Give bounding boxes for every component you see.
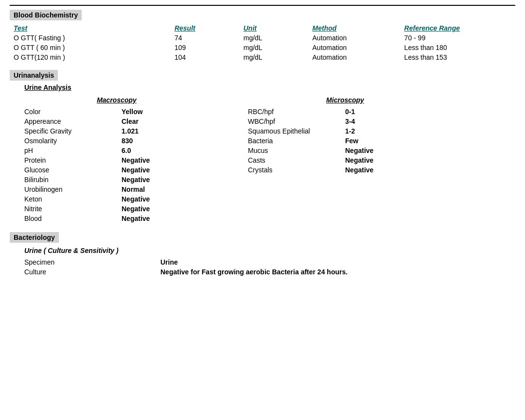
ua-value: Negative — [122, 195, 150, 203]
macroscopy-section: Macroscopy Color Yellow Appereance Clear… — [24, 96, 209, 224]
ua-value: Yellow — [122, 108, 143, 116]
ua-label: Urobilinogen — [24, 185, 122, 193]
list-item: Casts Negative — [248, 156, 442, 164]
table-row: O GTT ( 60 min ) 109 mg/dL Automation Le… — [10, 43, 515, 52]
ua-value: 1.021 — [122, 127, 139, 135]
bact-value: Urine — [160, 258, 178, 266]
list-item: Urobilinogen Normal — [24, 185, 209, 193]
ua-value: Negative — [345, 147, 373, 154]
ua-value: Negative — [122, 205, 150, 213]
ua-label: Bacteria — [248, 137, 345, 145]
ua-label: Keton — [24, 195, 122, 203]
bacteriology-section: Bacteriology Urine ( Culture & Sensitivi… — [10, 232, 515, 276]
ua-label: Protein — [24, 156, 122, 164]
list-item: Appereance Clear — [24, 118, 209, 125]
list-item: Crystals Negative — [248, 166, 442, 174]
ua-label: Squamous Epithelial — [248, 127, 345, 135]
cell-refrange: Less than 180 — [401, 43, 515, 52]
col-header-refrange: Reference Range — [401, 23, 515, 33]
cell-result: 109 — [171, 43, 240, 52]
ua-value: 3-4 — [345, 118, 355, 125]
list-item: Bacteria Few — [248, 137, 442, 145]
table-row: O GTT(120 min ) 104 mg/dL Automation Les… — [10, 52, 515, 62]
ua-value: 1-2 — [345, 127, 355, 135]
blood-biochemistry-table: Test Result Unit Method Reference Range … — [10, 23, 515, 62]
macroscopy-rows: Color Yellow Appereance Clear Specific G… — [24, 108, 209, 222]
cell-result: 104 — [171, 52, 240, 62]
top-border — [10, 5, 515, 6]
ua-value: Negative — [345, 156, 373, 164]
ua-label: Crystals — [248, 166, 345, 174]
macroscopy-title: Macroscopy — [24, 96, 209, 104]
list-item: Color Yellow — [24, 108, 209, 116]
bacteriology-header: Bacteriology — [10, 232, 59, 243]
bacteriology-subsection: Urine ( Culture & Sensitivity ) — [24, 247, 515, 254]
urine-analysis-title: Urine Analysis — [24, 84, 515, 91]
cell-method: Automation — [309, 43, 401, 52]
list-item: RBC/hpf 0-1 — [248, 108, 442, 116]
cell-method: Automation — [309, 52, 401, 62]
ua-value: Negative — [122, 215, 150, 222]
list-item: Bilirubin Negative — [24, 176, 209, 184]
list-item: Specific Gravity 1.021 — [24, 127, 209, 135]
bact-value: Negative for Fast growing aerobic Bacter… — [160, 268, 348, 276]
cell-refrange: 70 - 99 — [401, 33, 515, 43]
list-item: Protein Negative — [24, 156, 209, 164]
list-item: Culture Negative for Fast growing aerobi… — [24, 268, 515, 276]
ua-label: Bilirubin — [24, 176, 122, 184]
ua-value: 830 — [122, 137, 133, 145]
cell-refrange: Less than 153 — [401, 52, 515, 62]
col-header-result: Result — [171, 23, 240, 33]
bacteriology-rows: Specimen Urine Culture Negative for Fast… — [10, 258, 515, 276]
ua-label: RBC/hpf — [248, 108, 345, 116]
col-header-test: Test — [10, 23, 171, 33]
bact-label: Culture — [24, 268, 160, 276]
urinalysis-section: Urinanalysis Urine Analysis Macroscopy C… — [10, 70, 515, 224]
ua-label: Blood — [24, 215, 122, 222]
col-header-method: Method — [309, 23, 401, 33]
cell-test: O GTT ( 60 min ) — [10, 43, 171, 52]
ua-value: Normal — [122, 185, 145, 193]
list-item: Blood Negative — [24, 215, 209, 222]
ua-label: Glucose — [24, 166, 122, 174]
list-item: Nitrite Negative — [24, 205, 209, 213]
blood-biochemistry-header: Blood Biochemistry — [10, 10, 82, 20]
cell-result: 74 — [171, 33, 240, 43]
ua-value: Negative — [122, 176, 150, 184]
list-item: Glucose Negative — [24, 166, 209, 174]
bact-label: Specimen — [24, 258, 160, 266]
cell-unit: mg/dL — [240, 43, 309, 52]
ua-label: Osmolarity — [24, 137, 122, 145]
ua-label: Appereance — [24, 118, 122, 125]
ua-label: WBC/hpf — [248, 118, 345, 125]
ua-label: Mucus — [248, 147, 345, 154]
cell-test: O GTT(120 min ) — [10, 52, 171, 62]
microscopy-rows: RBC/hpf 0-1 WBC/hpf 3-4 Squamous Epithel… — [248, 108, 442, 174]
list-item: pH 6.0 — [24, 147, 209, 154]
ua-label: Color — [24, 108, 122, 116]
list-item: Keton Negative — [24, 195, 209, 203]
ua-value: Clear — [122, 118, 139, 125]
ua-value: 6.0 — [122, 147, 131, 154]
list-item: WBC/hpf 3-4 — [248, 118, 442, 125]
cell-method: Automation — [309, 33, 401, 43]
microscopy-title: Microscopy — [248, 96, 442, 104]
cell-unit: mg/dL — [240, 33, 309, 43]
blood-biochemistry-section: Blood Biochemistry Test Result Unit Meth… — [10, 10, 515, 62]
ua-value: Negative — [345, 166, 373, 174]
cell-unit: mg/dL — [240, 52, 309, 62]
microscopy-section: Microscopy RBC/hpf 0-1 WBC/hpf 3-4 Squam… — [248, 96, 442, 224]
urinalysis-header: Urinanalysis — [10, 70, 58, 81]
cell-test: O GTT( Fasting ) — [10, 33, 171, 43]
ua-label: Nitrite — [24, 205, 122, 213]
ua-value: Few — [345, 137, 358, 145]
ua-label: Specific Gravity — [24, 127, 122, 135]
ua-label: Casts — [248, 156, 345, 164]
table-row: O GTT( Fasting ) 74 mg/dL Automation 70 … — [10, 33, 515, 43]
ua-value: 0-1 — [345, 108, 355, 116]
list-item: Mucus Negative — [248, 147, 442, 154]
col-header-unit: Unit — [240, 23, 309, 33]
ua-value: Negative — [122, 156, 150, 164]
list-item: Specimen Urine — [24, 258, 515, 266]
list-item: Osmolarity 830 — [24, 137, 209, 145]
